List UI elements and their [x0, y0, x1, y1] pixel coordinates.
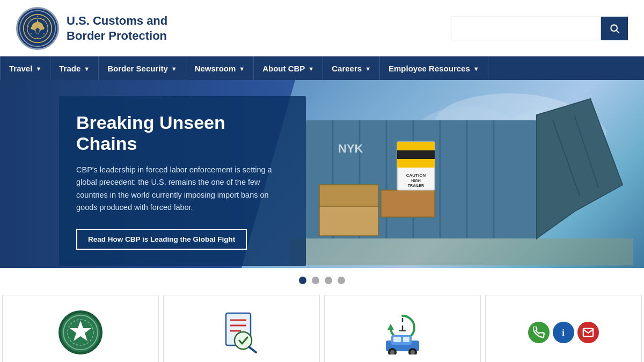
carousel-dot-2[interactable]	[312, 277, 319, 284]
employee-resources-chevron-icon: ▼	[473, 66, 479, 72]
svg-text:CAUTION: CAUTION	[406, 173, 426, 178]
svg-text:HIGH: HIGH	[411, 179, 421, 183]
svg-text:★: ★	[36, 15, 39, 18]
svg-text:★: ★	[27, 24, 30, 27]
search-area	[451, 17, 628, 40]
phone-icon	[528, 322, 550, 343]
svg-rect-38	[397, 142, 435, 150]
svg-text:★: ★	[43, 32, 45, 34]
nav-newsroom[interactable]: Newsroom ▼	[186, 56, 254, 80]
agency-name: U.S. Customs and Border Protection	[67, 13, 167, 43]
svg-point-51	[236, 334, 250, 347]
card-trade-compliance[interactable]	[163, 295, 320, 362]
svg-point-62	[390, 350, 394, 354]
nav-employee-resources[interactable]: Employee Resources ▼	[380, 56, 488, 80]
svg-marker-53	[387, 324, 394, 330]
trade-chevron-icon: ▼	[84, 66, 90, 72]
document-search-icon	[217, 308, 266, 357]
hero-title: Breaking Unseen Chains	[76, 112, 289, 154]
trusted-traveler-icon	[56, 308, 105, 357]
svg-rect-35	[319, 206, 378, 236]
contact-icon: i	[539, 308, 588, 357]
info-icon: i	[553, 322, 574, 343]
quick-links-cards: i	[0, 293, 644, 362]
svg-text:NYK: NYK	[338, 142, 363, 155]
main-navbar: Travel ▼ Trade ▼ Border Security ▼ Newsr…	[0, 56, 644, 80]
border-security-chevron-icon: ▼	[171, 66, 177, 72]
svg-text:★: ★	[43, 18, 45, 20]
hero-content: Breaking Unseen Chains CBP's leadership …	[59, 96, 306, 266]
svg-text:TRAILER: TRAILER	[408, 184, 424, 187]
nav-trade[interactable]: Trade ▼	[50, 56, 99, 80]
carousel-dot-4[interactable]	[338, 277, 345, 284]
hero-section: NYK CAUTION HIGH TRAILER Breaking Unseen…	[0, 80, 644, 268]
svg-marker-31	[537, 99, 623, 238]
svg-text:★: ★	[30, 32, 32, 34]
carousel-dot-1[interactable]	[299, 277, 306, 284]
svg-rect-40	[397, 159, 435, 168]
search-input[interactable]	[451, 17, 601, 40]
hero-cta-button[interactable]: Read How CBP is Leading the Global Fight	[76, 229, 247, 250]
svg-text:★: ★	[46, 24, 48, 27]
carousel-dots	[0, 268, 644, 293]
svg-line-52	[249, 347, 256, 352]
svg-rect-21	[290, 238, 633, 265]
svg-rect-39	[397, 150, 435, 159]
svg-rect-59	[393, 337, 401, 342]
about-cbp-chevron-icon: ▼	[308, 66, 314, 72]
wait-times-icon	[378, 308, 427, 357]
agency-seal: ★ ★ ★ ★ ★ ★ ★ ★	[16, 7, 59, 50]
svg-rect-60	[403, 337, 409, 342]
careers-chevron-icon: ▼	[365, 66, 371, 72]
svg-text:★: ★	[36, 37, 39, 39]
card-wait-times[interactable]	[324, 295, 481, 362]
svg-text:i: i	[562, 328, 565, 338]
site-header: ★ ★ ★ ★ ★ ★ ★ ★ U.S. Customs and Border …	[0, 0, 644, 56]
nav-about-cbp[interactable]: About CBP ▼	[254, 56, 323, 80]
card-contact-cbp[interactable]: i	[485, 295, 642, 362]
hero-description: CBP's leadership in forced labor enforce…	[76, 164, 289, 214]
newsroom-chevron-icon: ▼	[239, 66, 245, 72]
svg-text:★: ★	[30, 18, 32, 20]
carousel-dot-3[interactable]	[325, 277, 332, 284]
svg-point-64	[411, 350, 415, 354]
travel-chevron-icon: ▼	[35, 66, 41, 72]
card-trusted-traveler[interactable]	[2, 295, 159, 362]
nav-border-security[interactable]: Border Security ▼	[99, 56, 186, 80]
logo-area: ★ ★ ★ ★ ★ ★ ★ ★ U.S. Customs and Border …	[16, 7, 167, 50]
nav-travel[interactable]: Travel ▼	[0, 56, 50, 80]
nav-careers[interactable]: Careers ▼	[323, 56, 380, 80]
svg-rect-36	[381, 190, 435, 217]
search-button[interactable]	[601, 17, 628, 40]
email-icon	[577, 322, 599, 343]
svg-line-17	[617, 30, 619, 33]
